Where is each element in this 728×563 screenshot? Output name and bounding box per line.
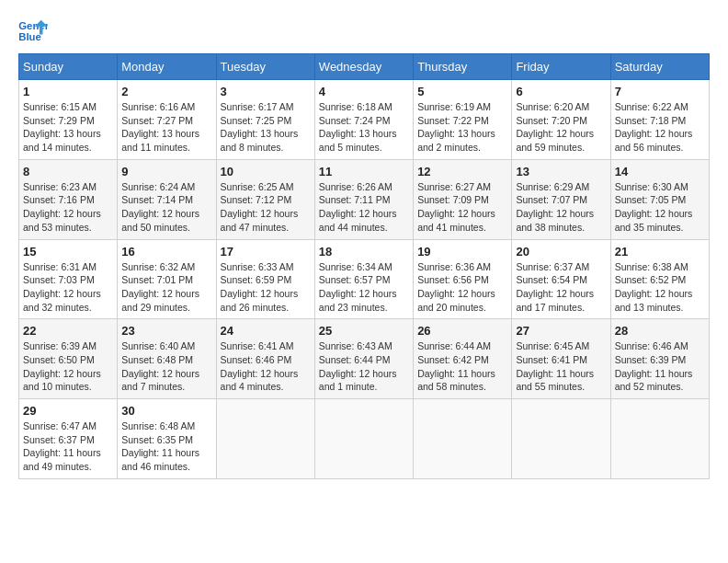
day-info: Sunrise: 6:37 AM Sunset: 6:54 PM Dayligh… — [516, 260, 606, 315]
day-number: 20 — [516, 245, 606, 259]
day-number: 30 — [121, 404, 211, 418]
day-cell: 30Sunrise: 6:48 AM Sunset: 6:35 PM Dayli… — [118, 399, 216, 479]
day-number: 14 — [615, 165, 705, 178]
day-info: Sunrise: 6:45 AM Sunset: 6:41 PM Dayligh… — [516, 339, 606, 394]
day-info: Sunrise: 6:26 AM Sunset: 7:11 PM Dayligh… — [319, 180, 409, 235]
day-cell: 25Sunrise: 6:43 AM Sunset: 6:44 PM Dayli… — [314, 319, 413, 399]
day-cell: 24Sunrise: 6:41 AM Sunset: 6:46 PM Dayli… — [216, 319, 314, 399]
day-info: Sunrise: 6:20 AM Sunset: 7:20 PM Dayligh… — [516, 100, 606, 155]
day-cell: 13Sunrise: 6:29 AM Sunset: 7:07 PM Dayli… — [512, 159, 610, 239]
day-number: 17 — [221, 245, 311, 259]
day-cell: 5Sunrise: 6:19 AM Sunset: 7:22 PM Daylig… — [414, 80, 512, 160]
day-cell: 28Sunrise: 6:46 AM Sunset: 6:39 PM Dayli… — [610, 319, 709, 399]
day-number: 19 — [417, 245, 507, 259]
calendar: SundayMondayTuesdayWednesdayThursdayFrid… — [18, 53, 710, 479]
day-number: 11 — [319, 165, 409, 178]
day-info: Sunrise: 6:38 AM Sunset: 6:52 PM Dayligh… — [615, 260, 705, 315]
day-cell: 16Sunrise: 6:32 AM Sunset: 7:01 PM Dayli… — [118, 239, 216, 319]
day-cell: 18Sunrise: 6:34 AM Sunset: 6:57 PM Dayli… — [314, 239, 413, 319]
day-info: Sunrise: 6:41 AM Sunset: 6:46 PM Dayligh… — [221, 339, 311, 394]
day-number: 18 — [319, 245, 409, 259]
day-number: 13 — [516, 165, 606, 178]
day-number: 24 — [221, 324, 311, 338]
day-number: 21 — [615, 245, 705, 259]
page-header: General Blue — [18, 18, 710, 44]
day-info: Sunrise: 6:47 AM Sunset: 6:37 PM Dayligh… — [23, 419, 113, 474]
day-info: Sunrise: 6:30 AM Sunset: 7:05 PM Dayligh… — [615, 180, 705, 235]
day-cell — [314, 399, 413, 479]
day-number: 26 — [417, 324, 507, 338]
day-number: 5 — [417, 85, 507, 98]
day-number: 28 — [615, 324, 705, 338]
day-number: 12 — [417, 165, 507, 178]
day-cell: 23Sunrise: 6:40 AM Sunset: 6:48 PM Dayli… — [118, 319, 216, 399]
day-cell — [216, 399, 314, 479]
day-cell: 19Sunrise: 6:36 AM Sunset: 6:56 PM Dayli… — [414, 239, 512, 319]
day-cell: 29Sunrise: 6:47 AM Sunset: 6:37 PM Dayli… — [19, 399, 118, 479]
weekday-sunday: Sunday — [19, 54, 118, 80]
week-row-2: 8Sunrise: 6:23 AM Sunset: 7:16 PM Daylig… — [19, 159, 710, 239]
week-row-3: 15Sunrise: 6:31 AM Sunset: 7:03 PM Dayli… — [19, 239, 710, 319]
day-info: Sunrise: 6:36 AM Sunset: 6:56 PM Dayligh… — [417, 260, 507, 315]
day-info: Sunrise: 6:22 AM Sunset: 7:18 PM Dayligh… — [615, 100, 705, 155]
day-number: 29 — [23, 404, 113, 418]
day-cell — [414, 399, 512, 479]
day-number: 10 — [221, 165, 311, 178]
svg-text:Blue: Blue — [18, 31, 41, 42]
day-info: Sunrise: 6:24 AM Sunset: 7:14 PM Dayligh… — [121, 180, 211, 235]
week-row-1: 1Sunrise: 6:15 AM Sunset: 7:29 PM Daylig… — [19, 80, 710, 160]
day-cell: 21Sunrise: 6:38 AM Sunset: 6:52 PM Dayli… — [610, 239, 709, 319]
day-cell — [512, 399, 610, 479]
day-info: Sunrise: 6:16 AM Sunset: 7:27 PM Dayligh… — [121, 100, 211, 155]
week-row-5: 29Sunrise: 6:47 AM Sunset: 6:37 PM Dayli… — [19, 399, 710, 479]
day-number: 15 — [23, 245, 113, 259]
day-info: Sunrise: 6:48 AM Sunset: 6:35 PM Dayligh… — [121, 419, 211, 474]
day-info: Sunrise: 6:34 AM Sunset: 6:57 PM Dayligh… — [319, 260, 409, 315]
day-number: 25 — [319, 324, 409, 338]
day-info: Sunrise: 6:27 AM Sunset: 7:09 PM Dayligh… — [417, 180, 507, 235]
day-cell: 12Sunrise: 6:27 AM Sunset: 7:09 PM Dayli… — [414, 159, 512, 239]
day-cell: 27Sunrise: 6:45 AM Sunset: 6:41 PM Dayli… — [512, 319, 610, 399]
day-cell: 17Sunrise: 6:33 AM Sunset: 6:59 PM Dayli… — [216, 239, 314, 319]
day-number: 6 — [516, 85, 606, 98]
weekday-tuesday: Tuesday — [216, 54, 314, 80]
day-info: Sunrise: 6:23 AM Sunset: 7:16 PM Dayligh… — [23, 180, 113, 235]
weekday-friday: Friday — [512, 54, 610, 80]
day-info: Sunrise: 6:25 AM Sunset: 7:12 PM Dayligh… — [221, 180, 311, 235]
week-row-4: 22Sunrise: 6:39 AM Sunset: 6:50 PM Dayli… — [19, 319, 710, 399]
day-cell: 3Sunrise: 6:17 AM Sunset: 7:25 PM Daylig… — [216, 80, 314, 160]
day-cell: 8Sunrise: 6:23 AM Sunset: 7:16 PM Daylig… — [19, 159, 118, 239]
day-cell: 20Sunrise: 6:37 AM Sunset: 6:54 PM Dayli… — [512, 239, 610, 319]
day-cell: 9Sunrise: 6:24 AM Sunset: 7:14 PM Daylig… — [118, 159, 216, 239]
day-info: Sunrise: 6:33 AM Sunset: 6:59 PM Dayligh… — [221, 260, 311, 315]
weekday-header-row: SundayMondayTuesdayWednesdayThursdayFrid… — [19, 54, 710, 80]
day-cell: 4Sunrise: 6:18 AM Sunset: 7:24 PM Daylig… — [314, 80, 413, 160]
weekday-wednesday: Wednesday — [314, 54, 413, 80]
day-number: 8 — [23, 165, 113, 178]
day-number: 7 — [615, 85, 705, 98]
weekday-saturday: Saturday — [610, 54, 709, 80]
day-info: Sunrise: 6:19 AM Sunset: 7:22 PM Dayligh… — [417, 100, 507, 155]
weekday-monday: Monday — [118, 54, 216, 80]
day-info: Sunrise: 6:40 AM Sunset: 6:48 PM Dayligh… — [121, 339, 211, 394]
logo-icon: General Blue — [18, 18, 48, 44]
calendar-body: 1Sunrise: 6:15 AM Sunset: 7:29 PM Daylig… — [19, 80, 710, 479]
day-number: 2 — [121, 85, 211, 98]
day-cell: 10Sunrise: 6:25 AM Sunset: 7:12 PM Dayli… — [216, 159, 314, 239]
day-info: Sunrise: 6:46 AM Sunset: 6:39 PM Dayligh… — [615, 339, 705, 394]
day-number: 4 — [319, 85, 409, 98]
day-number: 27 — [516, 324, 606, 338]
day-cell — [610, 399, 709, 479]
day-info: Sunrise: 6:15 AM Sunset: 7:29 PM Dayligh… — [23, 100, 113, 155]
day-cell: 15Sunrise: 6:31 AM Sunset: 7:03 PM Dayli… — [19, 239, 118, 319]
day-info: Sunrise: 6:17 AM Sunset: 7:25 PM Dayligh… — [221, 100, 311, 155]
day-number: 22 — [23, 324, 113, 338]
day-cell: 7Sunrise: 6:22 AM Sunset: 7:18 PM Daylig… — [610, 80, 709, 160]
day-info: Sunrise: 6:39 AM Sunset: 6:50 PM Dayligh… — [23, 339, 113, 394]
day-cell: 26Sunrise: 6:44 AM Sunset: 6:42 PM Dayli… — [414, 319, 512, 399]
day-cell: 14Sunrise: 6:30 AM Sunset: 7:05 PM Dayli… — [610, 159, 709, 239]
day-cell: 6Sunrise: 6:20 AM Sunset: 7:20 PM Daylig… — [512, 80, 610, 160]
day-info: Sunrise: 6:18 AM Sunset: 7:24 PM Dayligh… — [319, 100, 409, 155]
day-number: 9 — [121, 165, 211, 178]
day-info: Sunrise: 6:31 AM Sunset: 7:03 PM Dayligh… — [23, 260, 113, 315]
